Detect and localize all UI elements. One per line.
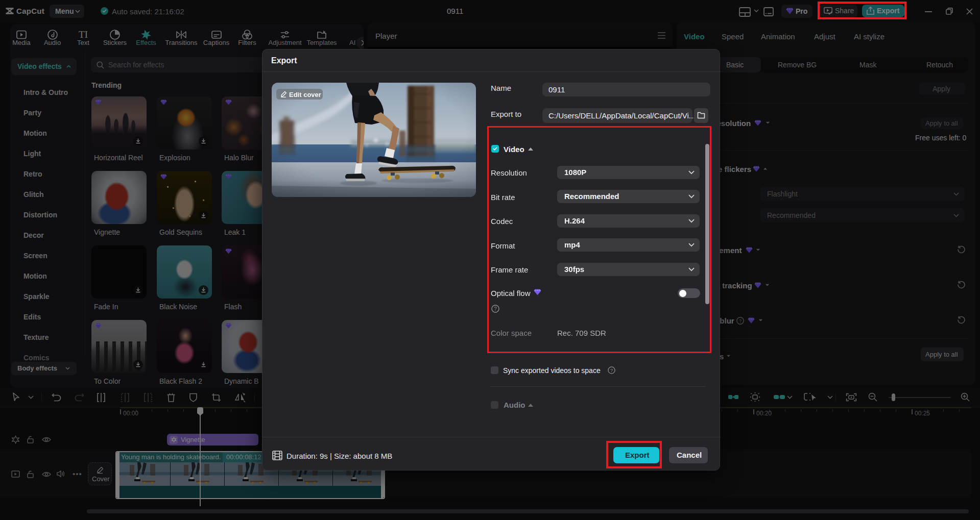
svg-text:?: ? (610, 368, 613, 373)
